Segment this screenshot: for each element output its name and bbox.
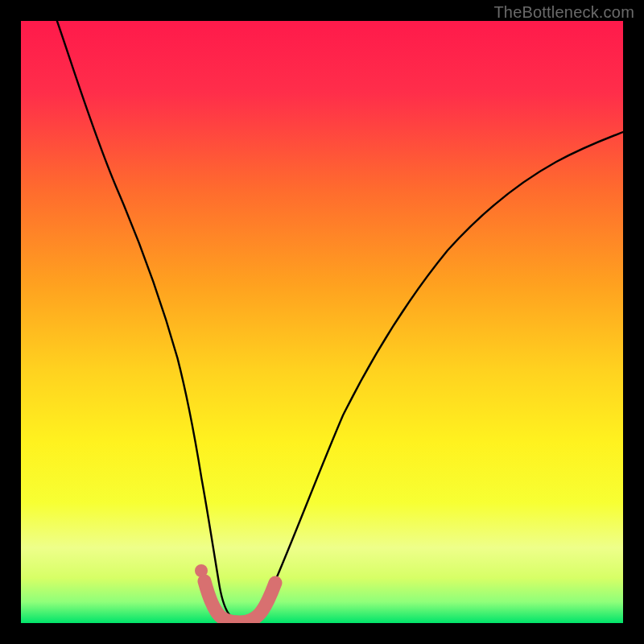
gradient-background: [21, 21, 623, 623]
chart-frame: TheBottleneck.com: [0, 0, 644, 644]
marker-dot: [195, 564, 208, 577]
chart-svg: [21, 21, 623, 623]
watermark-text: TheBottleneck.com: [493, 3, 634, 22]
plot-area: [21, 21, 623, 623]
